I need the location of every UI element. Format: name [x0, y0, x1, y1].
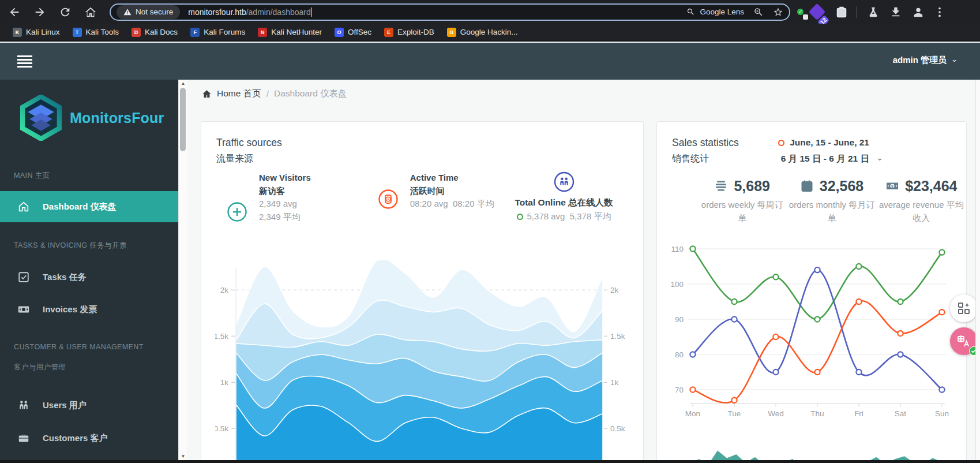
section-main: MAIN 主页 — [14, 171, 50, 181]
chevron-down-icon: ⌄ — [876, 153, 883, 162]
kali-nethunter-favicon: N — [258, 28, 267, 37]
bookmark-kali-nethunter[interactable]: NKali NetHunter — [258, 28, 322, 37]
date-range-zh: 6 月 15 日 - 6 月 21 日 — [778, 152, 869, 166]
extensions-area: ✓ 12 — [801, 5, 949, 20]
bookmark-kali-docs[interactable]: DKali Docs — [132, 28, 178, 37]
svg-text:1k: 1k — [610, 378, 619, 387]
offsec-favicon: O — [335, 28, 344, 37]
svg-text:1.5k: 1.5k — [610, 332, 625, 341]
address-bar[interactable]: Not secure monitorsfour.htb/admin/dashbo… — [110, 3, 790, 21]
kebab-menu-icon[interactable] — [933, 6, 946, 18]
svg-text:110: 110 — [671, 245, 684, 253]
hamburger-menu-icon[interactable] — [17, 55, 32, 69]
sidebar-item-invoices[interactable]: Invoices 发票 — [0, 298, 178, 321]
app-navbar: admin 管理员 ⌄ — [0, 43, 980, 80]
section-customer-user-line2: 客户与用户管理 — [14, 363, 66, 372]
main-content: Home 首页 / Dashboard 仪表盘 Traffic sources … — [187, 80, 980, 460]
svg-text:Tue: Tue — [728, 409, 741, 418]
watch-icon — [378, 189, 399, 210]
stat-orders-weekly: 5,689 orders weekly 每周订单 — [697, 177, 787, 225]
brand-name: MonitorsFour — [70, 110, 164, 126]
calendar-icon: 31 — [800, 179, 814, 193]
sales-line-chart: 708090100110MonTueWedThuFriSatSun — [665, 238, 953, 419]
kali-docs-favicon: D — [132, 28, 141, 37]
green-dot-icon — [517, 214, 523, 220]
sidebar-item-users[interactable]: Users 用户 — [0, 394, 178, 417]
total-online-value: 5,378 avg 5,378 平均 — [502, 210, 626, 223]
bookmark-kali-tools[interactable]: TKali Tools — [73, 28, 119, 37]
flask-icon[interactable] — [867, 6, 880, 18]
svg-text:70: 70 — [675, 386, 684, 394]
not-secure-chip[interactable]: Not secure — [117, 5, 180, 19]
bookmark-kali-linux[interactable]: KKali Linux — [13, 28, 60, 37]
sidebar-item-dashboard[interactable]: Dashboard 仪表盘 — [0, 191, 178, 222]
svg-text:0.5k: 0.5k — [610, 424, 625, 433]
translate-button[interactable] — [950, 327, 978, 355]
extensions-icon[interactable] — [835, 6, 848, 18]
svg-text:Sat: Sat — [895, 409, 907, 418]
search-icon — [686, 8, 695, 16]
sidebar: MonitorsFour MAIN 主页 Dashboard 仪表盘 TASKS… — [0, 80, 178, 460]
bookmark-google-hacking[interactable]: GGoogle Hackin... — [447, 28, 518, 37]
url-text[interactable]: monitorsfour.htb/admin/dashboard — [188, 8, 686, 17]
breadcrumb-home-link[interactable]: Home 首页 — [217, 88, 261, 100]
traffic-stats-row: New Visitors 新访客 2,349 avg 2,349 平均 Acti… — [216, 171, 628, 223]
svg-text:0.5k: 0.5k — [215, 424, 228, 433]
stat-new-visitors: New Visitors 新访客 2,349 avg 2,349 平均 — [227, 171, 311, 223]
sales-stats-row: 5,689 orders weekly 每周订单 31 32,568 order… — [672, 177, 966, 225]
sidebar-item-tasks[interactable]: Tasks 任务 — [0, 266, 178, 289]
url-path: /admin/dashboard — [246, 8, 311, 17]
people-circle-icon — [554, 171, 575, 192]
dashboard-home-icon — [17, 200, 30, 213]
bookmark-kali-forums[interactable]: FKali Forums — [190, 28, 245, 37]
bookmark-offsec[interactable]: OOffSec — [335, 28, 371, 37]
date-range-selector[interactable]: June, 15 - June, 21 6 月 15 日 - 6 月 21 日 … — [778, 136, 869, 166]
google-lens-button[interactable]: Google Lens — [686, 8, 744, 16]
svg-text:Thu: Thu — [810, 409, 824, 418]
toolbar-separator — [857, 6, 857, 18]
lens-region-select-button[interactable] — [950, 294, 978, 322]
scrollbar-thumb[interactable] — [180, 88, 186, 151]
sidebar-item-customers[interactable]: Customers 客户 — [0, 427, 178, 450]
invoices-cash-icon — [17, 303, 30, 316]
purple-extension-icon[interactable]: 12 — [809, 5, 824, 20]
page-scrollbar[interactable] — [975, 80, 980, 460]
kali-linux-favicon: K — [13, 28, 22, 37]
reload-icon[interactable] — [59, 6, 72, 18]
forward-icon[interactable] — [33, 6, 46, 18]
downloads-icon[interactable] — [889, 6, 902, 18]
home-icon[interactable] — [84, 6, 97, 18]
svg-text:Fri: Fri — [854, 409, 863, 418]
zoom-search-icon[interactable] — [753, 7, 764, 17]
window-bottom-edge — [0, 460, 980, 463]
breadcrumb-separator: / — [266, 89, 269, 99]
traffic-sources-card: Traffic sources 流量来源 New Visitors 新访客 2,… — [201, 121, 644, 460]
svg-text:100: 100 — [670, 280, 684, 289]
svg-text:2k: 2k — [610, 286, 619, 294]
stat-average-revenue: $ $23,464 average revenue 平均收入 — [877, 177, 966, 225]
back-icon[interactable] — [8, 6, 21, 18]
bookmark-exploit-db[interactable]: EExploit-DB — [384, 28, 434, 37]
sidebar-scrollbar[interactable]: ▲ ▼ — [178, 80, 187, 460]
list-icon — [714, 179, 728, 193]
breadcrumb-home-icon — [202, 89, 212, 99]
user-dropdown[interactable]: admin 管理员 ⌄ — [893, 55, 958, 66]
browser-toolbar: Not secure monitorsfour.htb/admin/dashbo… — [0, 0, 980, 24]
profile-icon[interactable] — [912, 6, 925, 18]
scroll-up-icon[interactable]: ▲ — [179, 81, 187, 86]
cash-icon: $ — [885, 179, 899, 193]
extension-check-badge: ✓ — [797, 9, 803, 15]
brand-logo[interactable]: MonitorsFour — [19, 95, 164, 141]
kali-forums-favicon: F — [190, 28, 200, 37]
sales-card-title: Sales statistics 销售统计 — [672, 137, 739, 165]
breadcrumb: Home 首页 / Dashboard 仪表盘 — [202, 88, 347, 100]
bookmarks-bar: KKali Linux TKali Tools DKali Docs FKali… — [0, 24, 980, 42]
bookmark-star-icon[interactable] — [773, 7, 783, 17]
orange-dot-icon — [778, 140, 784, 146]
stat-total-online: Total Online 总在线人数 5,378 avg 5,378 平均 — [502, 171, 626, 223]
scroll-down-icon[interactable]: ▼ — [179, 454, 187, 459]
breadcrumb-current: Dashboard 仪表盘 — [274, 88, 347, 100]
google-hacking-favicon: G — [447, 28, 456, 37]
section-customer-user-line1: CUSTOMER & USER MANAGEMENT — [14, 343, 144, 351]
traffic-area-chart: 2k2k1.5k1.5k1k1k0.5k0.5k — [215, 260, 628, 460]
